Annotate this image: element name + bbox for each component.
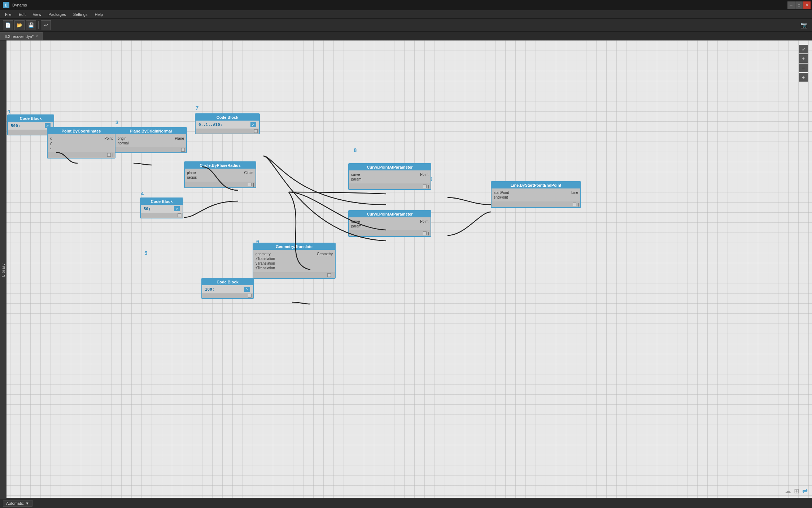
tab-main[interactable]: 6.2-recover.dyn* × — [0, 32, 43, 40]
node-checkbox-7[interactable] — [254, 129, 258, 133]
node-checkbox-4[interactable] — [178, 213, 181, 217]
toolbar-separator — [38, 21, 39, 29]
node-body-3: origin Plane normal — [115, 134, 186, 147]
output-line: Line — [571, 191, 578, 195]
node-plane-byoriginnormal[interactable]: Plane.ByOriginNormal origin Plane normal — [115, 127, 187, 153]
zoom-expand-button[interactable]: ⤢ — [799, 45, 808, 53]
menu-edit[interactable]: Edit — [15, 10, 29, 18]
input-param-8a: param — [351, 177, 361, 181]
node-geometry-translate[interactable]: Geometry.Translate geometry Geometry xTr… — [253, 243, 336, 279]
library-sidebar[interactable]: Library — [0, 40, 6, 499]
node-expand-geo[interactable]: | — [332, 273, 333, 277]
node-footer-100 — [202, 293, 253, 298]
node-code-content-4: 50; > — [141, 205, 183, 213]
camera-button[interactable]: 📷 — [799, 20, 809, 30]
toolbar: 📄 📂 💾 ↩ 📷 — [0, 19, 812, 32]
node-expand-2[interactable]: | — [112, 153, 113, 157]
bottom-right-icons: ☁ ⊞ ⇌ — [785, 487, 808, 495]
maximize-button[interactable]: □ — [795, 1, 803, 9]
tab-label: 6.2-recover.dyn* — [5, 34, 34, 39]
input-curve-8a: curve — [351, 173, 360, 177]
input-z: z — [50, 146, 52, 150]
dropdown-arrow: ▼ — [25, 501, 29, 505]
node-num-4: 4 — [141, 190, 144, 196]
connect-icon[interactable]: ⇌ — [802, 487, 808, 495]
node-code-block-range[interactable]: Code Block 0..1..#10; > — [195, 113, 260, 134]
node-point-bycoordinates[interactable]: Point.ByCoordinates x Point y z | — [47, 127, 115, 159]
zoom-controls: ⤢ + − + — [799, 45, 808, 82]
output-plane: Plane — [175, 136, 184, 140]
zoom-fit-button[interactable]: + — [799, 73, 808, 82]
run-button-7[interactable]: > — [250, 122, 256, 127]
input-curve-8b: curve — [351, 220, 360, 223]
output-point-8b: Point — [420, 220, 428, 223]
node-checkbox-8b[interactable] — [423, 231, 427, 235]
node-checkbox-geo[interactable] — [327, 273, 331, 277]
run-mode-dropdown[interactable]: Automatic ▼ — [3, 500, 32, 507]
save-button[interactable]: 💾 — [26, 20, 36, 30]
run-button-4[interactable]: > — [174, 206, 180, 211]
output-circle: Circle — [244, 171, 253, 175]
zoom-out-button[interactable]: − — [799, 64, 808, 72]
menu-packages[interactable]: Packages — [45, 10, 69, 18]
node-code-block-50[interactable]: Code Block 50; > — [140, 197, 183, 218]
node-circle-byplaneradius[interactable]: Circle.ByPlaneRadius plane Circle radius… — [184, 161, 256, 188]
menu-view[interactable]: View — [29, 10, 45, 18]
node-checkbox-9[interactable] — [573, 203, 576, 206]
node-header-8b: Curve.PointAtParameter — [349, 211, 431, 217]
node-body-2: x Point y z — [48, 134, 115, 152]
node-row-ztranslation: zTranslation — [256, 266, 333, 270]
node-expand-8a[interactable]: | — [428, 184, 429, 188]
background-icon[interactable]: ⊞ — [794, 487, 799, 495]
node-footer-geo: | — [253, 272, 335, 278]
node-checkbox-8a[interactable] — [423, 184, 427, 188]
node-expand-8b[interactable]: | — [428, 231, 429, 235]
node-body-9: startPoint Line endPoint — [492, 188, 580, 201]
node-curve-pointatparam-bottom[interactable]: Curve.PointAtParameter curve Point param… — [348, 210, 431, 237]
node-footer-8b: | — [349, 230, 431, 236]
undo-button[interactable]: ↩ — [41, 20, 51, 30]
open-button[interactable]: 📂 — [14, 20, 25, 30]
library-label: Library — [1, 263, 5, 277]
output-point: Point — [104, 136, 113, 140]
node-num-8: 8 — [354, 147, 357, 153]
new-button[interactable]: 📄 — [3, 20, 13, 30]
node-row-y: y — [50, 141, 113, 145]
node-body-circle: plane Circle radius — [185, 169, 256, 182]
connections-svg — [0, 40, 812, 499]
node-code-content-100: 100; > — [202, 285, 253, 293]
node-footer-3 — [115, 147, 186, 152]
zoom-in-button[interactable]: + — [799, 54, 808, 63]
menu-settings[interactable]: Settings — [70, 10, 91, 18]
menu-file[interactable]: File — [1, 10, 15, 18]
node-header-geo: Geometry.Translate — [253, 243, 335, 250]
code-value-100: 100; — [205, 287, 215, 292]
node-expand-9[interactable]: | — [578, 202, 579, 207]
node-num-7: 7 — [196, 105, 198, 111]
node-expand-circle[interactable]: | — [253, 182, 254, 187]
input-x: x — [50, 136, 52, 140]
node-row-endpoint: endPoint — [494, 195, 578, 199]
menu-help[interactable]: Help — [91, 10, 106, 18]
input-startpoint: startPoint — [494, 191, 509, 195]
node-row-origin: origin Plane — [118, 136, 184, 140]
node-footer-2: | — [48, 152, 115, 158]
run-button-100[interactable]: > — [244, 287, 250, 292]
input-endpoint: endPoint — [494, 195, 508, 199]
node-line-bystartpointendpoint[interactable]: Line.ByStartPointEndPoint startPoint Lin… — [491, 181, 581, 208]
node-footer-circle: | — [185, 182, 256, 187]
node-curve-pointatparam-top[interactable]: Curve.PointAtParameter curve Point param… — [348, 163, 431, 190]
cloud-icon[interactable]: ☁ — [785, 487, 791, 495]
node-checkbox-3[interactable] — [181, 148, 185, 152]
input-radius: radius — [187, 175, 197, 179]
node-checkbox-100[interactable] — [248, 294, 252, 298]
node-code-block-100[interactable]: Code Block 100; > — [201, 278, 254, 299]
close-button[interactable]: ✕ — [803, 1, 811, 9]
canvas-area[interactable]: Library ⤢ + − + 1 2 3 4 5 — [0, 40, 812, 499]
minimize-button[interactable]: ─ — [787, 1, 795, 9]
code-value-4: 50; — [144, 207, 151, 211]
node-checkbox-circle[interactable] — [248, 183, 252, 186]
node-checkbox-2[interactable] — [107, 153, 111, 157]
tab-close-button[interactable]: × — [36, 34, 38, 38]
input-plane: plane — [187, 171, 196, 175]
